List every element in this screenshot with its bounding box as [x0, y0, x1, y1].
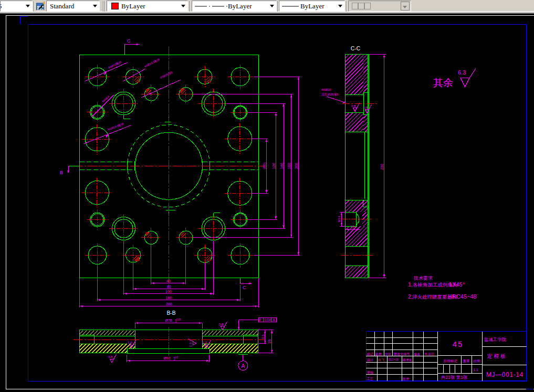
svg-text://: // [259, 318, 261, 322]
svg-text:1.6: 1.6 [189, 342, 192, 347]
svg-text:1.6: 1.6 [128, 341, 132, 344]
svg-text:1.6: 1.6 [203, 341, 207, 344]
svg-text:审核: 审核 [367, 370, 373, 374]
svg-text:0.8: 0.8 [108, 355, 113, 358]
svg-text:工艺: 工艺 [367, 377, 373, 380]
svg-text:C-C: C-C [351, 46, 360, 51]
svg-text:标准化: 标准化 [402, 358, 413, 362]
svg-text:6.3: 6.3 [458, 69, 466, 76]
svg-text:批准: 批准 [403, 377, 409, 381]
svg-text:0.8: 0.8 [351, 104, 356, 108]
svg-text:1.: 1. [408, 281, 413, 288]
svg-text:45: 45 [453, 340, 464, 348]
svg-text:B-B: B-B [167, 310, 176, 316]
svg-text:230: 230 [380, 164, 384, 170]
svg-text:0.8: 0.8 [363, 106, 368, 109]
svg-text:其余: 其余 [433, 77, 453, 88]
svg-text:盐城工学院: 盐城工学院 [484, 337, 507, 342]
svg-text:M14: M14 [338, 216, 341, 222]
svg-text:100: 100 [165, 290, 172, 293]
svg-text:25: 25 [268, 340, 271, 344]
svg-text:定 模 板: 定 模 板 [487, 353, 506, 359]
svg-text:沉孔Ø25深5: 沉孔Ø25深5 [321, 92, 339, 97]
svg-text:40: 40 [166, 279, 171, 283]
svg-text:比例: 比例 [474, 359, 480, 363]
svg-text:分区: 分区 [385, 352, 391, 356]
svg-text:标记: 标记 [367, 352, 373, 356]
svg-text:200: 200 [295, 163, 298, 169]
svg-text:0.8: 0.8 [219, 323, 224, 326]
svg-text:A: A [273, 318, 276, 322]
svg-text:阶段标记: 阶段标记 [444, 359, 458, 363]
svg-text:签名: 签名 [414, 352, 420, 356]
svg-text:200: 200 [166, 302, 172, 306]
svg-text:140: 140 [280, 163, 284, 169]
svg-text:Ø92: Ø92 [163, 356, 170, 360]
svg-text:MJ—001-14: MJ—001-14 [486, 371, 523, 378]
svg-text:共21张 第1张: 共21张 第1张 [441, 375, 468, 380]
svg-text:B: B [60, 170, 63, 175]
svg-text:HRC45~48: HRC45~48 [448, 293, 477, 300]
svg-text:A: A [241, 363, 245, 369]
svg-text:80: 80 [167, 285, 171, 289]
svg-text:C: C [243, 285, 246, 290]
svg-text:8.5: 8.5 [261, 334, 265, 339]
svg-text:15: 15 [350, 225, 354, 229]
svg-text:处数: 处数 [375, 352, 382, 356]
svg-text:4XØ20: 4XØ20 [321, 88, 331, 91]
svg-text:1:1: 1:1 [474, 368, 478, 372]
svg-text:设计: 设计 [367, 358, 374, 362]
svg-text:2012.4.20: 2012.4.20 [388, 358, 399, 361]
svg-text:技术要求: 技术要求 [413, 276, 433, 281]
svg-text:1X45°: 1X45° [449, 281, 465, 288]
svg-text:更改文件号: 更改文件号 [394, 352, 410, 356]
svg-text:120: 120 [272, 163, 276, 169]
svg-text:白飞: 白飞 [378, 358, 385, 362]
svg-text:重量: 重量 [463, 359, 470, 363]
svg-text:0.04: 0.04 [264, 318, 271, 322]
svg-text:160: 160 [166, 296, 172, 300]
svg-text:C: C [127, 38, 131, 44]
svg-text:年月日: 年月日 [425, 352, 435, 356]
svg-text:(60): (60) [263, 163, 267, 169]
svg-text:160: 160 [287, 163, 291, 169]
svg-text:Ø76: Ø76 [165, 319, 172, 322]
